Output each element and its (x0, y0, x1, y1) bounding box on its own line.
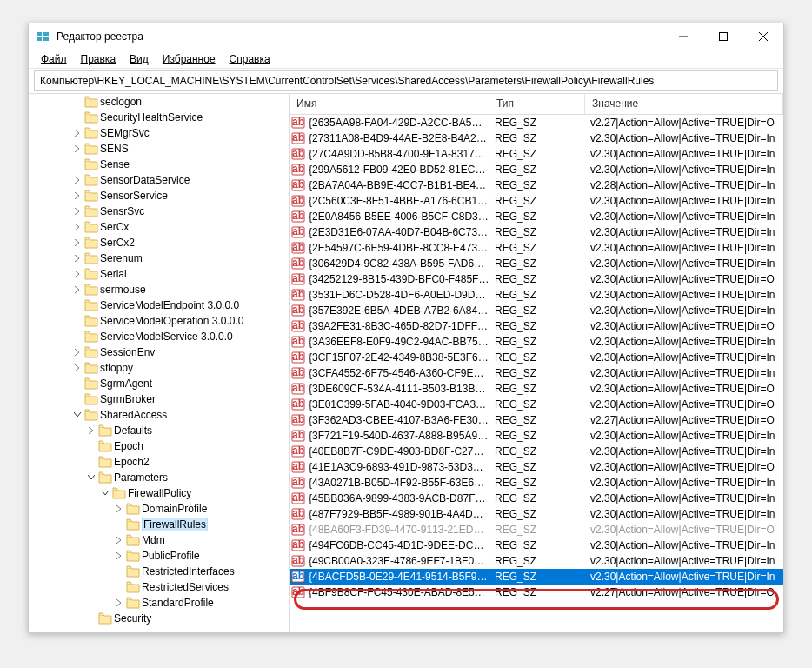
tree-item[interactable]: ServiceModelOperation 3.0.0.0 (29, 313, 289, 329)
maximize-button[interactable] (703, 23, 743, 50)
expand-chevron-icon[interactable] (70, 349, 84, 356)
expand-chevron-icon[interactable] (112, 537, 126, 544)
key-tree[interactable]: seclogonSecurityHealthServiceSEMgrSvcSEN… (29, 94, 290, 632)
value-row[interactable]: ab{4BF9B8CF-FC45-430E-ABAD-8E55…REG_SZv2… (290, 584, 783, 600)
tree-item[interactable]: Security (29, 611, 289, 626)
list-body[interactable]: ab{2635AA98-FA04-429D-A2CC-BA5…REG_SZv2.… (290, 115, 783, 632)
value-row[interactable]: ab{3CFA4552-6F75-4546-A360-CF9E8…REG_SZv… (290, 365, 783, 381)
menu-view[interactable]: Вид (124, 51, 154, 67)
value-row[interactable]: ab{48BA60F3-FD39-4470-9113-21EDB…REG_SZv… (290, 522, 783, 538)
value-row[interactable]: ab{34252129-8B15-439D-BFC0-F485F…REG_SZv… (290, 271, 783, 287)
value-row[interactable]: ab{45BB036A-9899-4383-9ACB-D87F…REG_SZv2… (290, 491, 783, 506)
tree-item[interactable]: Serial (29, 266, 289, 282)
value-row[interactable]: ab{4BACFD5B-0E29-4E41-9514-B5F9…REG_SZv2… (290, 569, 783, 584)
col-header-name[interactable]: Имя (290, 94, 489, 114)
expand-chevron-icon[interactable] (112, 505, 126, 512)
value-row[interactable]: ab{357E392E-6B5A-4DEB-A7B2-6A84…REG_SZv2… (290, 303, 783, 318)
tree-item[interactable]: PublicProfile (29, 548, 289, 564)
expand-chevron-icon[interactable] (70, 239, 84, 246)
value-row[interactable]: ab{2E54597C-6E59-4DBF-8CC8-E473…REG_SZv2… (290, 240, 783, 256)
value-row[interactable]: ab{39A2FE31-8B3C-465D-82D7-1DFF…REG_SZv2… (290, 318, 783, 334)
value-row[interactable]: ab{3E01C399-5FAB-4040-9D03-FCA3…REG_SZv2… (290, 397, 783, 412)
value-row[interactable]: ab{2E3D31E6-07AA-40D7-B04B-6C73…REG_SZv2… (290, 224, 783, 240)
value-row[interactable]: ab{43A0271B-B05D-4F92-B55F-63E6E…REG_SZv… (290, 475, 783, 491)
list-header[interactable]: Имя Тип Значение (290, 94, 783, 115)
tree-item[interactable]: Defaults (29, 423, 289, 438)
tree-item[interactable]: SensorDataService (29, 172, 289, 188)
tree-item[interactable]: DomainProfile (29, 501, 289, 517)
tree-item[interactable]: StandardProfile (29, 595, 289, 611)
expand-chevron-icon[interactable] (112, 552, 126, 559)
value-row[interactable]: ab{27311A08-B4D9-44AE-B2E8-B4A2…REG_SZv2… (290, 130, 783, 146)
expand-chevron-icon[interactable] (98, 490, 112, 497)
value-row[interactable]: ab{2C560C3F-8F51-4BBE-A176-6CB1…REG_SZv2… (290, 193, 783, 209)
value-row[interactable]: ab{3F721F19-540D-4637-A888-B95A9…REG_SZv… (290, 428, 783, 444)
tree-item[interactable]: SessionEnv (29, 344, 289, 360)
tree-item[interactable]: ServiceModelEndpoint 3.0.0.0 (29, 297, 289, 313)
tree-item[interactable]: ServiceModelService 3.0.0.0 (29, 329, 289, 344)
expand-chevron-icon[interactable] (70, 177, 84, 184)
tree-item[interactable]: seclogon (29, 94, 289, 110)
menu-edit[interactable]: Правка (76, 51, 122, 67)
value-row[interactable]: ab{49CB00A0-323E-4786-9EF7-1BF0…REG_SZv2… (290, 553, 783, 569)
close-button[interactable] (743, 23, 783, 50)
tree-item[interactable]: Serenum (29, 250, 289, 266)
value-row[interactable]: ab{40EB8B7F-C9DE-4903-BD8F-C27A…REG_SZv2… (290, 444, 783, 459)
expand-chevron-icon[interactable] (70, 208, 84, 215)
tree-item[interactable]: FirewallPolicy (29, 485, 289, 501)
expand-chevron-icon[interactable] (70, 271, 84, 277)
expand-chevron-icon[interactable] (70, 130, 84, 137)
tree-item[interactable]: SgrmBroker (29, 391, 289, 407)
expand-chevron-icon[interactable] (84, 427, 98, 434)
expand-chevron-icon[interactable] (84, 474, 98, 481)
tree-item[interactable]: SgrmAgent (29, 376, 289, 391)
value-row[interactable]: ab{494FC6DB-CC45-4D1D-9DEE-DC7…REG_SZv2.… (290, 538, 783, 553)
minimize-button[interactable] (663, 23, 703, 50)
col-header-value[interactable]: Значение (585, 94, 783, 114)
value-row[interactable]: ab{3CF15F07-2E42-4349-8B38-5E3F6…REG_SZv… (290, 350, 783, 365)
col-header-type[interactable]: Тип (489, 94, 585, 114)
value-row[interactable]: ab{487F7929-BB5F-4989-901B-4A4D…REG_SZv2… (290, 506, 783, 522)
tree-item[interactable]: SENS (29, 141, 289, 157)
tree-item[interactable]: Epoch2 (29, 454, 289, 470)
value-row[interactable]: ab{41E1A3C9-6893-491D-9873-53D3E…REG_SZv… (290, 459, 783, 475)
tree-item[interactable]: sfloppy (29, 360, 289, 376)
value-row[interactable]: ab{3DE609CF-534A-4111-B503-B13B…REG_SZv2… (290, 381, 783, 397)
tree-item[interactable]: RestrictedInterfaces (29, 564, 289, 579)
tree-item[interactable]: SerCx2 (29, 235, 289, 250)
tree-item[interactable]: FirewallRules (29, 517, 289, 532)
tree-item[interactable]: SerCx (29, 219, 289, 235)
expand-chevron-icon[interactable] (70, 255, 84, 262)
value-row[interactable]: ab{306429D4-9C82-438A-B595-FAD6…REG_SZv2… (290, 256, 783, 271)
tree-item[interactable]: RestrictedServices (29, 579, 289, 595)
menu-favorites[interactable]: Избранное (157, 51, 221, 67)
tree-item[interactable]: SharedAccess (29, 407, 289, 423)
tree-item[interactable]: sermouse (29, 282, 289, 297)
expand-chevron-icon[interactable] (70, 364, 84, 371)
expand-chevron-icon[interactable] (70, 411, 84, 418)
tree-item[interactable]: SensorService (29, 188, 289, 204)
tree-item[interactable]: SensrSvc (29, 204, 289, 219)
tree-item[interactable]: SecurityHealthService (29, 110, 289, 125)
expand-chevron-icon[interactable] (70, 192, 84, 199)
value-row[interactable]: ab{27C4A9DD-85B8-4700-9F1A-8317…REG_SZv2… (290, 146, 783, 162)
tree-item[interactable]: Sense (29, 157, 289, 172)
value-row[interactable]: ab{2635AA98-FA04-429D-A2CC-BA5…REG_SZv2.… (290, 115, 783, 130)
value-row[interactable]: ab{3A36EEF8-E0F9-49C2-94AC-BB75…REG_SZv2… (290, 334, 783, 350)
value-row[interactable]: ab{3531FD6C-D528-4DF6-A0ED-D9D…REG_SZv2.… (290, 287, 783, 303)
tree-item[interactable]: Epoch (29, 438, 289, 454)
expand-chevron-icon[interactable] (70, 286, 84, 293)
value-row[interactable]: ab{299A5612-FB09-42E0-BD52-81EC…REG_SZv2… (290, 162, 783, 177)
tree-item[interactable]: Mdm (29, 532, 289, 548)
value-row[interactable]: ab{2E0A8456-B5EE-4006-B5CF-C8D3…REG_SZv2… (290, 209, 783, 224)
menu-help[interactable]: Справка (224, 51, 276, 67)
value-row[interactable]: ab{2BA7A04A-BB9E-4CC7-B1B1-BE4…REG_SZv2.… (290, 177, 783, 193)
expand-chevron-icon[interactable] (70, 224, 84, 230)
value-row[interactable]: ab{3F362AD3-CBEE-4107-B3A6-FE30…REG_SZv2… (290, 412, 783, 428)
tree-item[interactable]: Parameters (29, 470, 289, 485)
expand-chevron-icon[interactable] (70, 145, 84, 152)
expand-chevron-icon[interactable] (112, 599, 126, 606)
menu-file[interactable]: Файл (36, 51, 72, 67)
address-bar[interactable]: Компьютер\HKEY_LOCAL_MACHINE\SYSTEM\Curr… (34, 70, 778, 91)
tree-item[interactable]: SEMgrSvc (29, 125, 289, 141)
